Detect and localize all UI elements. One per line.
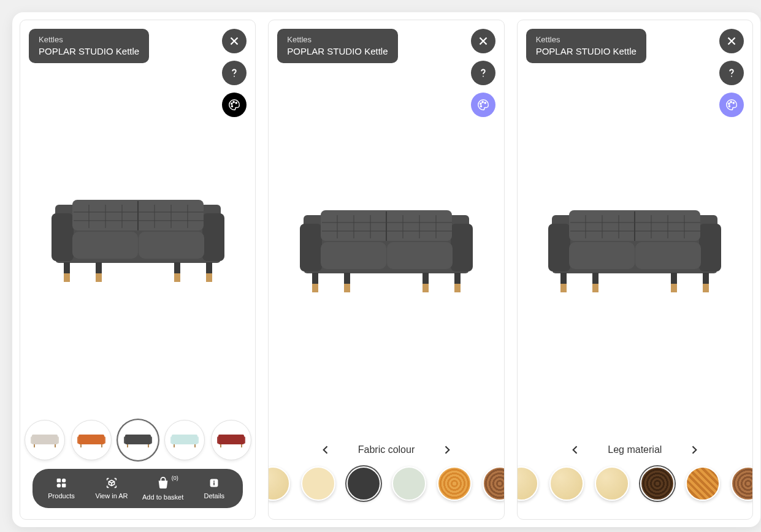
product-image-area (269, 20, 503, 437)
palette-icon (228, 98, 241, 112)
svg-rect-45 (195, 436, 199, 444)
svg-point-1 (231, 103, 232, 104)
svg-rect-17 (174, 273, 180, 282)
svg-point-4 (232, 105, 233, 107)
help-button[interactable] (222, 61, 247, 85)
svg-rect-10 (139, 232, 204, 259)
product-image-area (518, 20, 752, 437)
variant-next[interactable] (439, 442, 455, 458)
chevron-left-icon (319, 444, 332, 456)
svg-point-63 (484, 102, 486, 104)
swatch[interactable] (346, 466, 381, 501)
product-image-area (20, 20, 255, 416)
bar-details-label: Details (204, 492, 224, 500)
swatch[interactable] (686, 466, 720, 501)
svg-point-62 (482, 101, 483, 102)
close-button[interactable] (719, 29, 744, 53)
svg-rect-6 (52, 213, 74, 261)
svg-rect-29 (31, 436, 34, 444)
svg-rect-30 (55, 436, 59, 444)
thumbnail[interactable] (118, 420, 158, 460)
palette-button-active[interactable] (471, 93, 495, 117)
screen-3: Kettles POPLAR STUDIO Kettle (517, 20, 753, 520)
basket-count: (0) (172, 475, 178, 481)
svg-rect-32 (55, 444, 56, 447)
thumbnail[interactable] (211, 420, 251, 460)
chevron-right-icon (441, 444, 453, 456)
info-icon (207, 476, 221, 490)
svg-rect-67 (451, 224, 473, 272)
svg-rect-13 (64, 273, 70, 282)
bar-add-basket[interactable]: (0) Add to basket (142, 476, 183, 501)
svg-point-90 (730, 101, 732, 102)
sofa-illustration (291, 186, 481, 308)
palette-button[interactable] (222, 93, 247, 117)
variant-label: Leg material (608, 444, 662, 455)
svg-rect-46 (174, 444, 175, 447)
svg-rect-19 (206, 273, 212, 282)
thumbnail[interactable] (25, 420, 65, 460)
product-title: POPLAR STUDIO Kettle (39, 45, 139, 58)
variant-prev[interactable] (318, 442, 334, 458)
svg-rect-43 (172, 435, 197, 444)
svg-rect-66 (300, 224, 322, 272)
svg-rect-54 (62, 479, 66, 482)
svg-point-60 (483, 76, 484, 77)
palette-button-active[interactable] (719, 93, 744, 117)
svg-rect-69 (321, 242, 386, 269)
variant-nav: Leg material (518, 437, 752, 463)
svg-point-2 (233, 101, 234, 102)
svg-rect-105 (671, 284, 677, 292)
svg-rect-47 (194, 444, 196, 447)
bottom-bar: Products View in AR (0) Add to basket De… (33, 469, 243, 508)
svg-point-92 (728, 105, 730, 107)
basket-icon-wrap: (0) (156, 476, 170, 491)
product-tag: Kettles POPLAR STUDIO Kettle (29, 29, 149, 63)
product-tag: Kettles POPLAR STUDIO Kettle (526, 29, 646, 63)
product-category: Kettles (287, 35, 388, 45)
sofa-illustration (540, 186, 730, 308)
variant-prev[interactable] (567, 442, 583, 458)
swatch[interactable] (392, 466, 426, 501)
help-icon (476, 66, 490, 80)
svg-rect-79 (454, 284, 461, 292)
swatch[interactable] (731, 466, 752, 501)
thumbnail[interactable] (164, 420, 205, 460)
swatch[interactable] (301, 466, 335, 501)
svg-rect-28 (32, 435, 58, 444)
variant-nav: Fabric colour (269, 437, 503, 463)
bar-products[interactable]: Products (42, 476, 81, 501)
screen-1: Kettles POPLAR STUDIO Kettle (20, 20, 256, 520)
help-button[interactable] (471, 61, 495, 85)
svg-rect-36 (80, 444, 82, 447)
chevron-right-icon (688, 444, 700, 456)
svg-rect-31 (34, 444, 35, 447)
swatch[interactable] (518, 466, 539, 501)
variant-next[interactable] (686, 442, 702, 458)
svg-point-61 (480, 103, 481, 104)
basket-icon (156, 476, 170, 490)
swatch[interactable] (483, 466, 504, 501)
bar-ar-label: View in AR (96, 492, 128, 500)
swatch[interactable] (269, 466, 290, 501)
bar-details[interactable]: Details (194, 476, 234, 501)
svg-rect-38 (125, 435, 151, 444)
help-icon (725, 66, 738, 80)
close-button[interactable] (471, 29, 495, 53)
svg-rect-56 (62, 484, 66, 487)
swatch[interactable] (549, 466, 584, 501)
thumbnail[interactable] (71, 420, 112, 460)
close-icon (476, 34, 490, 48)
svg-rect-77 (423, 284, 429, 292)
close-button[interactable] (222, 29, 247, 53)
svg-rect-103 (592, 284, 598, 292)
help-button[interactable] (719, 61, 744, 85)
bar-view-ar[interactable]: View in AR (92, 476, 131, 501)
svg-rect-42 (148, 444, 149, 447)
swatch[interactable] (437, 466, 472, 501)
swatch[interactable] (640, 466, 675, 501)
palette-icon (476, 98, 490, 112)
svg-point-64 (480, 105, 481, 107)
svg-rect-33 (78, 435, 104, 444)
swatch[interactable] (595, 466, 629, 501)
